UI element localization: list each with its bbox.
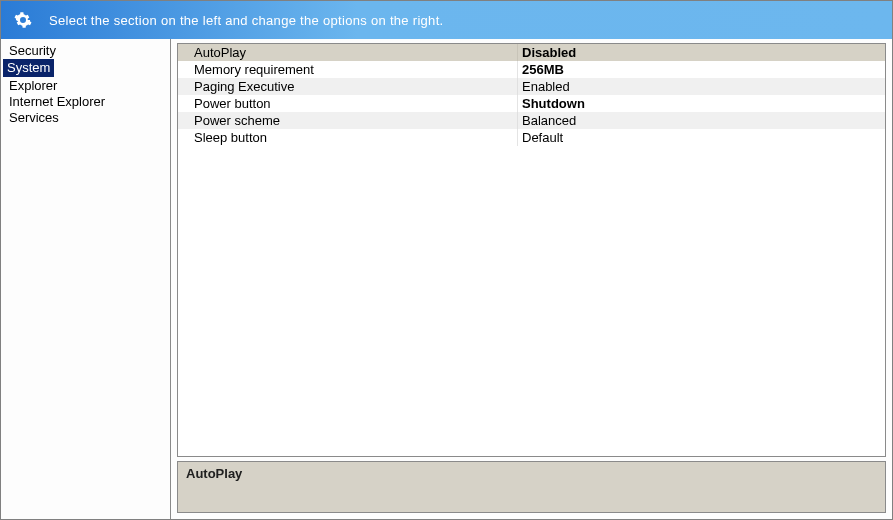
option-label: Memory requirement (178, 61, 518, 78)
gear-icon (11, 8, 35, 32)
sidebar-item-services[interactable]: Services (3, 109, 65, 126)
option-label: AutoPlay (178, 44, 518, 61)
option-value[interactable]: Disabled (518, 44, 885, 61)
option-value[interactable]: Enabled (518, 78, 885, 95)
settings-window: Select the section on the left and chang… (0, 0, 893, 520)
option-label: Power scheme (178, 112, 518, 129)
options-grid: AutoPlay Disabled Memory requirement 256… (177, 43, 886, 457)
option-row-power-scheme[interactable]: Power scheme Balanced (178, 112, 885, 129)
right-pane: AutoPlay Disabled Memory requirement 256… (171, 39, 892, 519)
body: Security System Explorer Internet Explor… (1, 39, 892, 519)
option-row-sleep-button[interactable]: Sleep button Default (178, 129, 885, 146)
header-bar: Select the section on the left and chang… (1, 1, 892, 39)
description-panel: AutoPlay (177, 461, 886, 513)
sidebar-item-internet-explorer[interactable]: Internet Explorer (3, 93, 111, 110)
option-label: Sleep button (178, 129, 518, 146)
option-label: Paging Executive (178, 78, 518, 95)
option-row-memory-requirement[interactable]: Memory requirement 256MB (178, 61, 885, 78)
sidebar-item-security[interactable]: Security (3, 42, 62, 59)
header-instruction: Select the section on the left and chang… (49, 13, 443, 28)
option-row-paging-executive[interactable]: Paging Executive Enabled (178, 78, 885, 95)
section-sidebar: Security System Explorer Internet Explor… (1, 39, 171, 519)
option-value[interactable]: Default (518, 129, 885, 146)
option-value[interactable]: Balanced (518, 112, 885, 129)
option-value[interactable]: Shutdown (518, 95, 885, 112)
sidebar-item-system[interactable]: System (3, 59, 54, 77)
option-value[interactable]: 256MB (518, 61, 885, 78)
sidebar-item-explorer[interactable]: Explorer (3, 77, 63, 94)
option-row-power-button[interactable]: Power button Shutdown (178, 95, 885, 112)
option-row-autoplay[interactable]: AutoPlay Disabled (178, 44, 885, 61)
description-title: AutoPlay (186, 466, 242, 481)
option-label: Power button (178, 95, 518, 112)
